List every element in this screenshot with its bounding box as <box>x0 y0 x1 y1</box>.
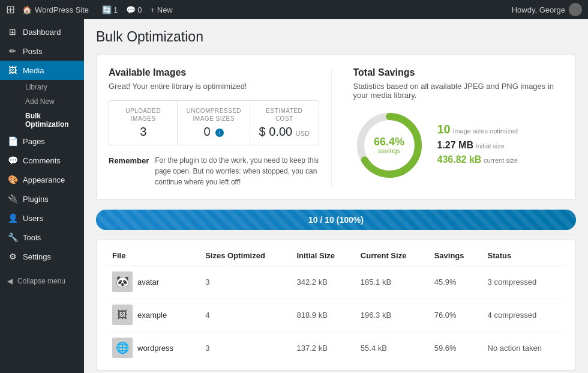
uploaded-value: 3 <box>118 125 169 139</box>
stat-current-label: current size <box>484 157 518 164</box>
updates-link[interactable]: 🔄 1 <box>102 5 118 14</box>
sidebar-item-pages[interactable]: 📄 Pages <box>0 132 84 151</box>
user-menu[interactable]: Howdy, George <box>512 3 582 16</box>
col-initial: Initial Size <box>290 246 354 265</box>
cell-sizes-0: 3 <box>199 265 290 299</box>
cell-status-0: 3 compressed <box>482 265 566 299</box>
table-row: 🌐 wordpress 3 137.2 kB 55.4 kB 59.6% No … <box>106 332 566 365</box>
sidebar-item-media[interactable]: 🖼 Media <box>0 61 84 80</box>
sidebar-item-comments[interactable]: 💬 Comments <box>0 151 84 170</box>
posts-icon: ✏ <box>7 46 18 56</box>
cell-savings-2: 59.6% <box>428 332 482 365</box>
cell-savings-0: 45.9% <box>428 265 482 299</box>
media-submenu: Library Add New Bulk Optimization <box>0 80 84 132</box>
sidebar-item-posts[interactable]: ✏ Posts <box>0 41 84 61</box>
sidebar-item-appearance[interactable]: 🎨 Appearance <box>0 170 84 189</box>
collapse-icon: ◀ <box>7 277 13 285</box>
savings-area: 66.4% savings 10 image sizes optimized <box>353 109 564 181</box>
stat-current-value: 436.82 kB <box>437 154 482 165</box>
col-savings: Savings <box>428 246 482 265</box>
site-name-link[interactable]: 🏠 WordPress Site <box>22 5 89 14</box>
cell-sizes-2: 3 <box>199 332 290 365</box>
submenu-add-new[interactable]: Add New <box>7 94 84 109</box>
donut-center: 66.4% savings <box>374 136 404 154</box>
col-file: File <box>106 246 199 265</box>
stat-initial-label: Initial size <box>476 142 505 150</box>
col-sizes: Sizes Optimized <box>199 246 290 265</box>
plugins-icon: 🔌 <box>7 194 18 204</box>
file-thumb-0: 🐼 <box>112 271 133 292</box>
info-icon[interactable]: i <box>215 129 224 137</box>
available-images-card: Available Images Great! Your entire libr… <box>109 67 332 187</box>
stat-initial-value: 1.27 MB <box>437 140 473 150</box>
available-images-subtitle: Great! Your entire library is optimimize… <box>109 82 319 91</box>
comments-link[interactable]: 💬 0 <box>126 5 142 14</box>
uncompressed-value: 0 i <box>186 125 241 139</box>
cost-value: $ 0.00 USD <box>259 125 310 139</box>
col-status: Status <box>482 246 566 265</box>
main-content: Bulk Optimization Available Images Great… <box>84 19 588 373</box>
uploaded-label: UPLOADEDIMAGES <box>118 107 169 123</box>
available-images-title: Available Images <box>109 67 319 78</box>
settings-icon: ⚙ <box>7 252 18 261</box>
col-current: Current Size <box>355 246 428 265</box>
admin-bar-meta: 🔄 1 💬 0 + New <box>102 5 173 14</box>
file-thumb-1: 🖼 <box>112 305 133 325</box>
file-name-2: wordpress <box>137 344 173 353</box>
cell-current-1: 196.3 kB <box>355 299 428 332</box>
file-name-0: avatar <box>137 277 159 287</box>
cell-sizes-1: 4 <box>199 299 290 332</box>
submenu-library[interactable]: Library <box>7 80 84 94</box>
home-icon: 🏠 <box>22 5 32 14</box>
new-content-link[interactable]: + New <box>151 5 173 14</box>
stat-uploaded: UPLOADEDIMAGES 3 <box>109 101 178 145</box>
stat-cost: ESTIMATEDCOST $ 0.00 USD <box>250 101 318 145</box>
total-savings-title: Total Savings <box>353 67 564 78</box>
cell-initial-2: 137.2 kB <box>290 332 354 365</box>
cell-status-1: 4 compressed <box>482 299 566 332</box>
user-avatar <box>569 3 582 16</box>
cell-current-2: 55.4 kB <box>355 332 428 365</box>
sidebar-item-plugins[interactable]: 🔌 Plugins <box>0 189 84 208</box>
sidebar-item-tools[interactable]: 🔧 Tools <box>0 228 84 247</box>
donut-percent: 66.4% <box>374 136 404 147</box>
remember-label: Remember <box>109 155 149 187</box>
sidebar-item-settings[interactable]: ⚙ Settings <box>0 247 84 266</box>
table-row: 🖼 example 4 818.9 kB 196.3 kB 76.0% 4 co… <box>106 299 566 332</box>
donut-chart: 66.4% savings <box>353 109 425 181</box>
sidebar-item-users[interactable]: 👤 Users <box>0 208 84 228</box>
admin-menu: ⊞ Dashboard ✏ Posts 🖼 Media Library Add … <box>0 19 84 373</box>
table-row: 🐼 avatar 3 342.2 kB 185.1 kB 45.9% 3 com… <box>106 265 566 299</box>
collapse-menu[interactable]: ◀ Collapse menu <box>0 272 84 290</box>
top-cards: Available Images Great! Your entire libr… <box>96 55 576 200</box>
progress-bar-text: 10 / 10 (100%) <box>308 215 364 225</box>
cell-current-0: 185.1 kB <box>355 265 428 299</box>
remember-text: For the plugin to do the work, you need … <box>155 155 319 187</box>
cell-file-1: 🖼 example <box>106 299 199 332</box>
file-name-1: example <box>137 311 167 320</box>
file-thumb-2: 🌐 <box>112 338 133 358</box>
savings-stats: 10 image sizes optimized 1.27 MB Initial… <box>437 123 518 169</box>
dashboard-icon: ⊞ <box>7 27 18 37</box>
users-icon: 👤 <box>7 213 18 223</box>
total-savings-card: Total Savings Statistics based on all av… <box>341 67 564 187</box>
cell-file-0: 🐼 avatar <box>106 265 199 299</box>
sidebar-item-dashboard[interactable]: ⊞ Dashboard <box>0 22 84 41</box>
progress-bar: 10 / 10 (100%) <box>96 210 576 230</box>
savings-stat-initial: 1.27 MB Initial size <box>437 140 518 151</box>
total-savings-subtitle: Statistics based on all available JPEG a… <box>353 82 564 100</box>
media-icon: 🖼 <box>7 65 18 75</box>
cell-initial-0: 342.2 kB <box>290 265 354 299</box>
wp-logo[interactable]: ⊞ <box>6 3 15 16</box>
stat-sizes-label: image sizes optimized <box>453 127 518 135</box>
pages-icon: 📄 <box>7 136 18 146</box>
remember-box: Remember For the plugin to do the work, … <box>109 155 319 187</box>
submenu-bulk-optimization[interactable]: Bulk Optimization <box>7 109 84 132</box>
stats-row: UPLOADEDIMAGES 3 UNCOMPRESSEDIMAGE SIZES… <box>109 100 319 145</box>
file-table-wrap: File Sizes Optimized Initial Size Curren… <box>96 240 576 371</box>
donut-label: savings <box>374 147 404 154</box>
stat-sizes-value: 10 <box>437 125 453 135</box>
comments-icon: 💬 <box>7 156 18 165</box>
cost-label: ESTIMATEDCOST <box>259 107 310 123</box>
savings-stat-current: 436.82 kB current size <box>437 154 518 165</box>
